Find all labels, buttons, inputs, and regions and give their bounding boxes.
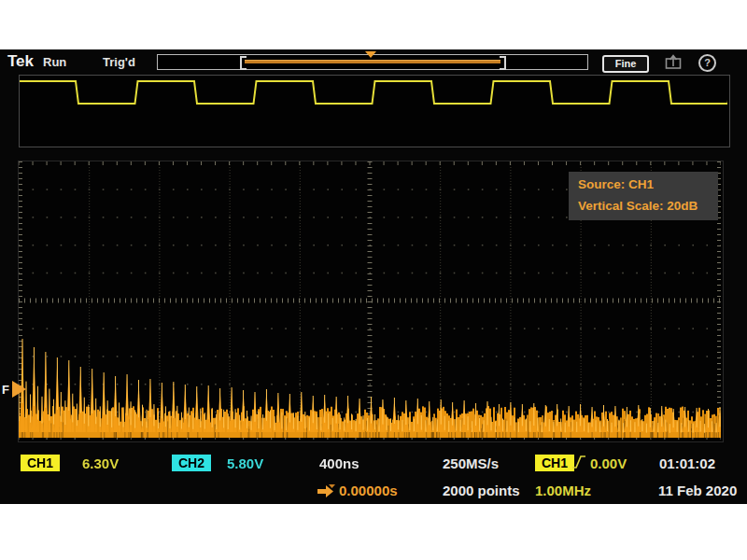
acquisition-window-line (245, 60, 500, 63)
acquisition-status: Run (43, 55, 66, 69)
ch1-badge[interactable]: CH1 (21, 455, 60, 470)
export-file-icon[interactable] (665, 54, 685, 70)
fft-scale-label: Vertical Scale: 20dB (578, 199, 718, 213)
sample-rate-value: 250MS/s (443, 455, 499, 471)
ch2-scale-value: 5.80V (227, 455, 263, 471)
ch1-scale-value: 6.30V (82, 455, 119, 471)
trigger-level-value: 0.00V (590, 455, 627, 471)
fft-graticule: Source: CH1 Vertical Scale: 20dB (18, 161, 724, 442)
ch2-badge[interactable]: CH2 (172, 455, 211, 470)
record-length-value: 2000 points (443, 483, 520, 498)
horizontal-position-arrow-icon (317, 484, 336, 498)
horizontal-position-value: 0.00000s (339, 483, 398, 498)
ch1-square-wave-trace (20, 76, 727, 145)
timebase-value: 400ns (319, 455, 359, 471)
fft-source-label: Source: CH1 (578, 177, 718, 191)
date-value: 11 Feb 2020 (658, 483, 737, 498)
frequency-value: 1.00MHz (535, 483, 591, 498)
help-icon[interactable]: ? (698, 54, 716, 72)
fine-button[interactable]: Fine (602, 55, 649, 73)
trigger-position-marker[interactable] (365, 51, 376, 58)
fft-info-box: Source: CH1 Vertical Scale: 20dB (569, 172, 718, 220)
clock-time: 01:01:02 (659, 455, 715, 471)
help-glyph: ? (704, 57, 711, 68)
oscilloscope-screen: Tek Run Trig'd Fine ? Source: CH1 Vertic… (0, 49, 747, 504)
tek-logo: Tek (7, 52, 34, 71)
trigger-slope-icon (571, 454, 586, 470)
waveform-preview-window (19, 75, 730, 147)
fft-reference-marker-arrow-icon[interactable] (12, 381, 26, 398)
trigger-source-badge[interactable]: CH1 (535, 455, 574, 470)
fft-reference-marker-label: F (2, 383, 9, 397)
trigger-status: Trig'd (103, 55, 135, 69)
window-right-bracket (500, 56, 506, 70)
